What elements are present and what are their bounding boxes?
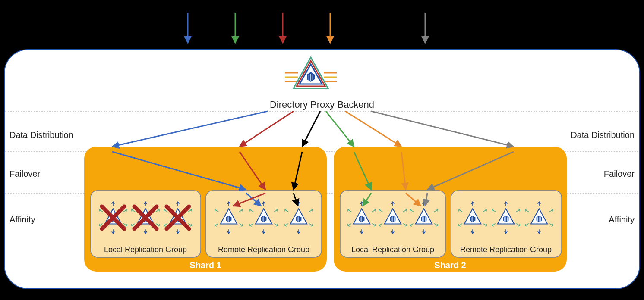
shard-1-remote-label: Remote Replication Group (218, 245, 309, 254)
shard-2-remote-group: Remote Replication Group (451, 191, 562, 257)
shard-1-local-group: Local Replication Group (91, 191, 201, 257)
label-data-distribution-left: Data Distribution (9, 130, 73, 140)
shard-2-label: Shard 2 (434, 260, 466, 270)
shard-2: Shard 2 Local Replication Group Remote R… (334, 147, 567, 272)
architecture-diagram: Data Distribution Failover Affinity Data… (0, 0, 644, 300)
proxy-title: Directory Proxy Backend (270, 99, 374, 110)
shard-2-local-label: Local Replication Group (351, 245, 434, 254)
label-data-distribution-right: Data Distribution (571, 130, 635, 140)
shard-1: Shard 1 Local Replication Group Remote R… (84, 147, 327, 272)
label-failover-right: Failover (604, 169, 635, 178)
label-affinity-left: Affinity (9, 215, 35, 224)
shard-2-local-group: Local Replication Group (340, 191, 445, 257)
shard-1-label: Shard 1 (189, 260, 221, 270)
shard-1-remote-group: Remote Replication Group (206, 191, 322, 257)
shard-1-local-label: Local Replication Group (104, 245, 187, 254)
label-failover-left: Failover (9, 169, 40, 178)
shard-2-remote-label: Remote Replication Group (460, 245, 552, 254)
label-affinity-right: Affinity (609, 215, 635, 224)
